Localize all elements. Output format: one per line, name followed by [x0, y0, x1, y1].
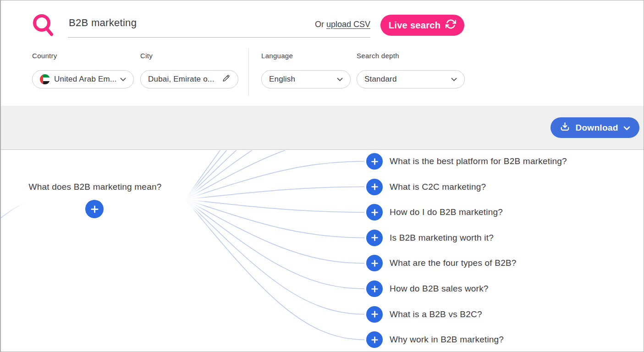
- download-button[interactable]: Download: [550, 117, 639, 138]
- filter-language: Language English: [261, 52, 293, 60]
- filter-search-depth: Search depth Standard: [357, 52, 399, 60]
- question-label: How do I do B2B marketing?: [390, 207, 503, 217]
- results-toolbar: Download: [1, 106, 644, 150]
- chevron-down-icon: [451, 75, 457, 84]
- filter-city: City Dubai, Emirate o...: [140, 52, 153, 60]
- expand-question-button[interactable]: [366, 204, 383, 220]
- question-label: What is the best platform for B2B market…: [390, 156, 567, 166]
- connector-line: [185, 150, 364, 199]
- expand-question-button[interactable]: [366, 306, 383, 323]
- question-label: What is a B2B vs B2C?: [390, 309, 482, 319]
- parent-connector-stub: [1, 202, 26, 220]
- live-search-button[interactable]: Live search: [380, 15, 464, 36]
- question-node: What is the best platform for B2B market…: [366, 153, 567, 170]
- connector-line: [185, 150, 364, 199]
- upload-csv: Or upload CSV: [310, 20, 370, 29]
- question-label: What are the four types of B2B?: [390, 258, 517, 268]
- connector-line: [185, 199, 364, 314]
- filter-country: Country United Arab Em...: [32, 52, 57, 60]
- search-depth-select[interactable]: Standard: [357, 70, 465, 88]
- live-search-label: Live search: [389, 20, 440, 31]
- chevron-down-icon: [120, 75, 126, 84]
- search-depth-value: Standard: [364, 75, 447, 84]
- language-value: English: [269, 75, 333, 84]
- mindmap-canvas[interactable]: What does B2B marketing mean? What is th…: [1, 150, 644, 352]
- search-depth-label: Search depth: [357, 52, 399, 60]
- search-header: B2B marketing Or upload CSV Live search …: [1, 0, 644, 106]
- pencil-icon: [222, 74, 231, 85]
- chevron-down-icon: [337, 75, 343, 84]
- sync-icon: [446, 19, 456, 32]
- chevron-down-icon: [623, 123, 630, 133]
- question-node: What are the four types of B2B?: [366, 255, 517, 271]
- or-text: Or: [315, 20, 324, 29]
- uae-flag-icon: [40, 74, 50, 84]
- expand-question-button[interactable]: [366, 255, 383, 271]
- connector-line: [185, 150, 364, 199]
- question-label: Is B2B marketing worth it?: [390, 233, 494, 243]
- keyword-research-app: B2B marketing Or upload CSV Live search …: [0, 0, 644, 352]
- country-label: Country: [32, 52, 57, 60]
- language-select[interactable]: English: [261, 70, 351, 88]
- upload-csv-link[interactable]: upload CSV: [326, 20, 370, 29]
- question-node: What is C2C marketing?: [366, 179, 486, 195]
- expand-question-button[interactable]: [366, 280, 383, 297]
- language-label: Language: [261, 52, 293, 60]
- question-node: How do B2B sales work?: [366, 280, 489, 297]
- fan-origin-fade: [164, 178, 207, 221]
- question-node: What is a B2B vs B2C?: [366, 306, 482, 323]
- expand-question-button[interactable]: [366, 331, 383, 348]
- expand-question-button[interactable]: [366, 153, 383, 170]
- question-node: Why work in B2B marketing?: [366, 331, 504, 348]
- country-value: United Arab Em...: [54, 75, 116, 84]
- connector-line: [185, 199, 364, 340]
- expand-question-button[interactable]: [366, 179, 383, 195]
- search-underline: [68, 37, 370, 38]
- city-label: City: [140, 52, 153, 60]
- country-select[interactable]: United Arab Em...: [32, 70, 134, 88]
- question-label: What is C2C marketing?: [390, 182, 486, 192]
- question-label: Why work in B2B marketing?: [390, 335, 504, 345]
- download-icon: [560, 121, 570, 134]
- expand-question-button[interactable]: [366, 230, 383, 246]
- connector-line: [185, 150, 364, 199]
- root-question-label: What does B2B marketing mean?: [23, 182, 167, 192]
- download-label: Download: [575, 123, 618, 133]
- connector-line: [185, 187, 364, 199]
- expand-root-button[interactable]: [85, 200, 104, 218]
- connector-line: [185, 199, 364, 238]
- question-node: Is B2B marketing worth it?: [366, 230, 494, 246]
- city-select[interactable]: Dubai, Emirate o...: [140, 70, 238, 88]
- question-node: How do I do B2B marketing?: [366, 204, 503, 220]
- question-label: How do B2B sales work?: [390, 284, 489, 294]
- filters-divider: [248, 48, 249, 96]
- connector-line: [185, 199, 364, 212]
- connector-lines: [1, 150, 644, 352]
- search-icon: [31, 13, 55, 40]
- connector-line: [185, 199, 364, 289]
- city-value: Dubai, Emirate o...: [148, 75, 218, 84]
- connector-line: [185, 150, 364, 199]
